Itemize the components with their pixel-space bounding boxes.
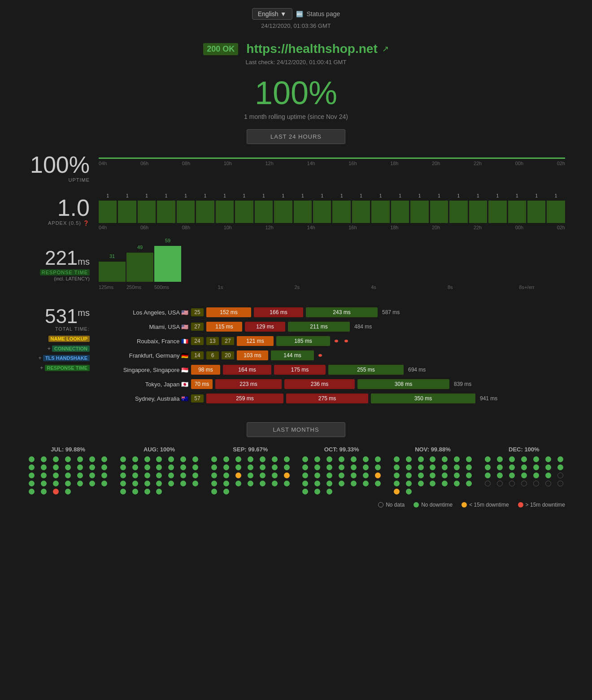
loc-bar-sg-1: 98 ms — [191, 365, 220, 375]
dot-1-2 — [144, 456, 150, 462]
loc-name-frankfurt: Frankfurt, Germany 🇩🇪 — [99, 352, 188, 359]
legend-label-no-downtime: No downtime — [421, 502, 453, 508]
dot-4-19 — [454, 472, 460, 478]
loc-num-frankfurt-2: 6 — [206, 351, 219, 359]
main-content: 100% UPTIME 04h06h08h 10h12h14h 16h18h20… — [0, 153, 592, 404]
month-col-5: DEC: 100% — [483, 446, 565, 494]
dot-3-1 — [314, 456, 320, 462]
loc-time-tokyo: 839 ms — [454, 381, 471, 387]
total-time-value: 531ms — [27, 306, 90, 326]
response-label-area: 221ms RESPONSE TIME (incl. LATENCY) — [27, 248, 99, 281]
dot-2-27 — [284, 481, 290, 486]
apdex-axis: 04h06h08h 10h12h14h 16h18h20h 22h00h02h — [99, 225, 565, 230]
dot-2-17 — [248, 472, 253, 478]
dot-5-17 — [521, 472, 527, 478]
dot-4-18 — [442, 472, 448, 478]
dot-1-25 — [168, 481, 174, 486]
dot-3-29 — [314, 489, 320, 494]
uptime-label-area: 100% UPTIME — [27, 153, 99, 183]
histogram-chart: 31 49 59 125ms 250ms 500ms 1s 2s 4s 8s 8… — [99, 248, 565, 293]
dot-4-11 — [442, 464, 448, 470]
month-label-5: DEC: 100% — [483, 446, 565, 453]
loc-name-sydney: Sydney, Australia 🇦🇺 — [99, 395, 188, 402]
dot-0-23 — [53, 481, 59, 486]
dot-3-7 — [302, 464, 308, 470]
dot-3-3 — [339, 456, 344, 462]
loc-name-la: Los Angeles, USA 🇺🇸 — [99, 309, 188, 316]
loc-bar-sg-2: 164 ms — [223, 365, 271, 375]
dot-5-7 — [485, 464, 491, 470]
frankfurt-dot — [318, 354, 322, 357]
breakdown-connection: + CONNECTION — [27, 344, 90, 354]
dot-5-8 — [497, 464, 503, 470]
location-table: Los Angeles, USA 🇺🇸 25 152 ms 166 ms 243… — [99, 306, 565, 404]
dot-1-24 — [156, 481, 162, 486]
loc-num-la: 25 — [191, 308, 204, 316]
apdex-value: 1.0 — [27, 196, 90, 219]
last-24h-button[interactable]: LAST 24 HOURS — [247, 129, 345, 144]
uptime-row: 100% UPTIME 04h06h08h 10h12h14h 16h18h20… — [27, 153, 565, 183]
dot-4-7 — [394, 464, 400, 470]
month-col-0: JUL: 99.88% — [27, 446, 109, 494]
dot-5-23 — [509, 481, 515, 486]
dot-4-26 — [454, 481, 460, 486]
dot-3-8 — [314, 464, 320, 470]
apdex-bar-2: 1 — [138, 201, 156, 223]
months-section: LAST MONTHS JUL: 99.88%AUG: 100%SEP: 99.… — [0, 422, 592, 494]
month-col-4: NOV: 99.88% — [392, 446, 474, 494]
site-url[interactable]: https://healthshop.net — [246, 42, 377, 56]
external-link-icon[interactable]: ↗ — [382, 44, 389, 54]
dot-0-24 — [65, 481, 71, 486]
dot-1-23 — [144, 481, 150, 486]
dot-4-4 — [442, 456, 448, 462]
legend-label-15m: < 15m downtime — [469, 502, 509, 508]
dot-0-13 — [101, 464, 107, 470]
dot-3-30 — [326, 489, 332, 494]
apdex-bar-8: 1 — [255, 201, 273, 223]
dot-4-23 — [418, 481, 424, 486]
legend: No data No downtime < 15m downtime > 15m… — [0, 494, 592, 517]
dot-3-15 — [314, 472, 320, 478]
dot-2-2 — [235, 456, 241, 462]
dot-2-13 — [284, 464, 290, 470]
dot-4-2 — [418, 456, 424, 462]
dot-1-31 — [156, 489, 162, 494]
loc-bar-sydney-1: 259 ms — [206, 394, 283, 403]
dot-5-18 — [533, 472, 539, 478]
status-page-link[interactable]: Status page — [307, 10, 340, 18]
dots-grid-2 — [209, 456, 292, 494]
hist-bar-3: 59 — [154, 246, 181, 282]
hist-bar-label-2: 49 — [137, 245, 143, 250]
apdex-bar-21: 1 — [508, 201, 526, 223]
last-check: Last check: 24/12/2020, 01:00:41 GMT — [0, 59, 592, 66]
apdex-bar-14: 1 — [371, 201, 389, 223]
dot-3-19 — [363, 472, 369, 478]
dot-0-7 — [29, 464, 35, 470]
loc-bar-roubaix-2: 185 ms — [276, 336, 330, 346]
dot-0-6 — [101, 456, 107, 462]
dot-4-27 — [466, 481, 472, 486]
dot-4-9 — [418, 464, 424, 470]
dot-5-26 — [545, 481, 551, 486]
loc-num-roubaix-1: 24 — [191, 337, 204, 345]
legend-label-over-15m: > 15m downtime — [526, 502, 565, 508]
dot-4-13 — [466, 464, 472, 470]
apdex-label-area: 1.0 APDEX (0.5) ❓ — [27, 196, 99, 226]
dot-3-13 — [375, 464, 381, 470]
dot-2-7 — [211, 464, 217, 470]
dots-grid-0 — [27, 456, 109, 494]
total-sublabel: TOTAL TIME: — [27, 326, 90, 332]
dot-3-23 — [326, 481, 332, 486]
dot-0-18 — [77, 472, 83, 478]
lang-selector[interactable]: English ▼ — [252, 8, 292, 20]
dot-3-22 — [314, 481, 320, 486]
last-months-button[interactable]: LAST MONTHS — [247, 422, 345, 437]
hist-axis: 125ms 250ms 500ms 1s 2s 4s 8s 8s+/err — [99, 284, 565, 290]
help-icon[interactable]: ❓ — [83, 220, 90, 226]
dot-0-25 — [77, 481, 83, 486]
dot-5-10 — [521, 464, 527, 470]
location-section: 531ms TOTAL TIME: NAME LOOKUP + CONNECTI… — [27, 306, 565, 404]
dot-1-10 — [156, 464, 162, 470]
dot-5-11 — [533, 464, 539, 470]
loc-bar-la-2: 166 ms — [254, 307, 303, 317]
